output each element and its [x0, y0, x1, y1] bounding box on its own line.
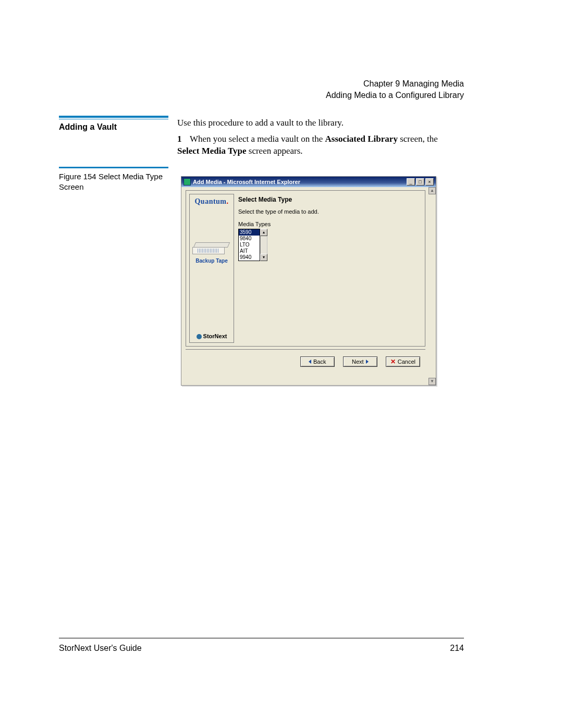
window-title: Add Media - Microsoft Internet Explorer [193, 179, 407, 185]
listbox-scrollbar[interactable]: ▴ ▾ [260, 229, 267, 261]
heading-rule-thin [59, 119, 168, 119]
ie-icon [183, 178, 191, 186]
page-scroll-down-button[interactable]: ▼ [429, 378, 436, 385]
media-types-listbox[interactable]: 3590 9840 LTO AIT 9940 [238, 229, 260, 261]
figure-label: Figure 154 Select Media Type Screen [59, 171, 168, 193]
list-scroll-track[interactable] [260, 236, 267, 254]
page-header: Chapter 9 Managing Media Adding Media to… [326, 78, 464, 101]
back-button[interactable]: Back [300, 356, 335, 367]
listbox-option[interactable]: 9940 [239, 254, 260, 261]
cancel-button[interactable]: ✕ Cancel [386, 356, 420, 367]
maximize-button[interactable]: □ [416, 178, 424, 186]
heading-rule-thick [59, 116, 168, 118]
step-text: When you select a media vault on the Ass… [177, 134, 438, 156]
sidebar-caption: Backup Tape [191, 258, 232, 264]
header-chapter: Chapter 9 Managing Media [326, 78, 464, 90]
minimize-button[interactable]: _ [407, 178, 415, 186]
stornext-globe-icon [197, 334, 202, 339]
header-section: Adding Media to a Configured Library [326, 90, 464, 101]
listbox-option[interactable]: 9840 [239, 236, 260, 242]
wizard-sidebar: Quantum. Backup Tape StorNext [189, 194, 234, 343]
button-separator [186, 349, 425, 350]
tape-illustration [194, 242, 229, 255]
page-number: 214 [450, 644, 464, 653]
stornext-brand: StorNext [190, 333, 234, 339]
next-arrow-icon [366, 360, 369, 364]
inner-frame: Quantum. Backup Tape StorNext Select Med… [186, 190, 425, 347]
wizard-content: Select Media Type Select the type of med… [238, 194, 422, 343]
content-subtext: Select the type of media to add. [238, 208, 422, 215]
media-types-label: Media Types [238, 221, 422, 227]
close-button[interactable]: × [425, 178, 434, 186]
figure-rule [59, 167, 168, 168]
footer-title: StorNext User's Guide [59, 644, 142, 653]
section-heading: Adding a Vault [59, 122, 168, 132]
content-heading: Select Media Type [238, 196, 422, 203]
quantum-logo: Quantum. [191, 198, 232, 206]
figure-label-block: Figure 154 Select Media Type Screen [59, 167, 168, 193]
media-types-listbox-wrap: 3590 9840 LTO AIT 9940 ▴ ▾ [238, 229, 422, 261]
titlebar[interactable]: Add Media - Microsoft Internet Explorer … [181, 177, 436, 187]
step-1: 1 When you select a media vault on the A… [177, 133, 459, 157]
section-heading-block: Adding a Vault [59, 116, 168, 132]
list-scroll-down-button[interactable]: ▾ [260, 254, 267, 261]
page-footer: StorNext User's Guide 214 [59, 638, 464, 653]
next-button[interactable]: Next [343, 356, 377, 367]
window-buttons: _ □ × [407, 178, 434, 186]
list-scroll-up-button[interactable]: ▴ [260, 229, 267, 236]
step-number: 1 [177, 133, 188, 145]
listbox-option[interactable]: LTO [239, 242, 260, 248]
ie-window: Add Media - Microsoft Internet Explorer … [181, 176, 436, 386]
client-area: ▲ ▼ Quantum. Backup Tape StorNext [181, 187, 436, 385]
wizard-button-bar: Back Next ✕ Cancel [186, 352, 425, 372]
intro-text: Use this procedure to add a vault to the… [177, 118, 344, 128]
listbox-option[interactable]: AIT [239, 248, 260, 254]
page-scroll-up-button[interactable]: ▲ [429, 187, 436, 194]
back-arrow-icon [309, 360, 311, 364]
listbox-option[interactable]: 3590 [239, 229, 260, 236]
cancel-x-icon: ✕ [390, 359, 396, 365]
